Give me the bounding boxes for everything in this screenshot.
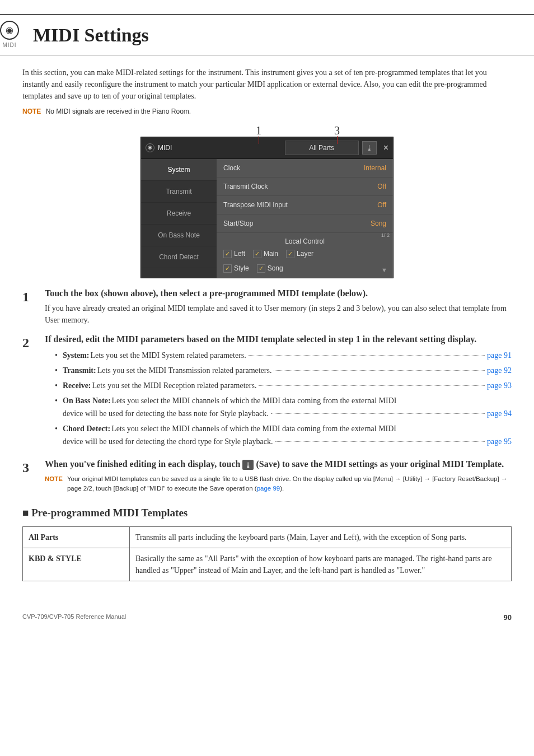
- pager-indicator: 1/ 2: [381, 232, 390, 240]
- check-main[interactable]: ✓Main: [253, 249, 278, 259]
- page-link[interactable]: page 93: [487, 380, 512, 391]
- list-item: On Bass Note: Lets you select the MIDI c…: [55, 395, 512, 419]
- screenshot-title: MIDI: [158, 143, 172, 153]
- step-3-note: Your original MIDI templates can be save…: [67, 474, 512, 494]
- template-desc: Basically the same as "All Parts" with t…: [130, 548, 512, 581]
- midi-connector-icon: ◉: [146, 143, 154, 152]
- sidebar-item-system[interactable]: System: [141, 159, 217, 181]
- step-number-1: 1: [22, 287, 45, 307]
- templates-table: All Parts Transmits all parts including …: [22, 526, 512, 581]
- check-style[interactable]: ✓Style: [223, 263, 249, 273]
- check-song[interactable]: ✓Song: [257, 263, 283, 273]
- setting-value: Internal: [364, 163, 386, 173]
- step-2-heading: If desired, edit the MIDI parameters bas…: [45, 333, 512, 346]
- check-left[interactable]: ✓Left: [223, 249, 245, 259]
- page-link[interactable]: page 99: [257, 485, 280, 492]
- save-button[interactable]: ⭳: [362, 141, 377, 155]
- intro-paragraph: In this section, you can make MIDI-relat…: [22, 67, 512, 102]
- template-dropdown[interactable]: All Parts: [285, 141, 359, 155]
- screenshot-sidebar: System Transmit Receive On Bass Note Cho…: [141, 159, 217, 278]
- setting-value: Off: [377, 181, 386, 192]
- midi-icon-block: ◉ MIDI: [0, 21, 19, 49]
- footer-reference: CVP-709/CVP-705 Reference Manual: [22, 612, 126, 623]
- setting-row[interactable]: Start/Stop Song: [217, 214, 393, 233]
- page-link[interactable]: page 95: [487, 436, 512, 447]
- setting-row[interactable]: Transmit Clock Off: [217, 178, 393, 196]
- note-text: No MIDI signals are received in the Pian…: [46, 108, 191, 115]
- step-1-sub: If you have already created an original …: [45, 302, 512, 326]
- setting-row[interactable]: Transpose MIDI Input Off: [217, 196, 393, 214]
- midi-connector-icon: ◉: [0, 21, 19, 40]
- sidebar-item-receive[interactable]: Receive: [141, 203, 217, 225]
- setting-row[interactable]: Clock Internal: [217, 159, 393, 178]
- page-down-arrow-icon[interactable]: ▼: [381, 265, 387, 275]
- setting-key: Transmit Clock: [223, 181, 268, 192]
- step-number-3: 3: [22, 458, 45, 478]
- templates-heading: Pre-programmed MIDI Templates: [22, 505, 512, 521]
- setting-value: Song: [371, 218, 386, 228]
- list-item: Receive: Lets you set the MIDI Reception…: [55, 380, 512, 391]
- note-label: NOTE: [45, 474, 63, 494]
- sidebar-item-on-bass-note[interactable]: On Bass Note: [141, 225, 217, 246]
- sidebar-item-chord-detect[interactable]: Chord Detect: [141, 246, 217, 268]
- setting-key: Clock: [223, 163, 240, 173]
- check-layer[interactable]: ✓Layer: [286, 249, 313, 259]
- template-name: KBD & STYLE: [23, 548, 130, 581]
- setting-key: Transpose MIDI Input: [223, 200, 288, 210]
- pointer-1: 1: [256, 122, 261, 139]
- list-item: Transmit: Lets you set the MIDI Transmis…: [55, 365, 512, 376]
- setting-key: Start/Stop: [223, 218, 253, 228]
- step-number-2: 2: [22, 333, 45, 353]
- page-link[interactable]: page 91: [487, 349, 512, 361]
- save-icon: ⭳: [242, 460, 254, 470]
- step-1-heading: Touch the box (shown above), then select…: [45, 287, 512, 300]
- note-line: NOTE No MIDI signals are received in the…: [22, 106, 512, 116]
- table-row: All Parts Transmits all parts including …: [23, 527, 512, 548]
- sidebar-item-transmit[interactable]: Transmit: [141, 181, 217, 203]
- step-3-heading: When you've finished editing in each dis…: [45, 458, 512, 471]
- table-row: KBD & STYLE Basically the same as "All P…: [23, 548, 512, 581]
- page-link[interactable]: page 92: [487, 365, 512, 376]
- note-label: NOTE: [22, 108, 41, 115]
- list-item: Chord Detect: Lets you select the MIDI c…: [55, 423, 512, 447]
- midi-icon-label: MIDI: [0, 41, 19, 49]
- close-button[interactable]: ×: [383, 141, 388, 155]
- page-title: MIDI Settings: [33, 21, 149, 49]
- template-name: All Parts: [23, 527, 130, 548]
- pointer-3: 3: [334, 122, 340, 139]
- midi-screenshot: ◉ MIDI All Parts ⭳ × System Transmit Rec…: [140, 137, 394, 278]
- template-desc: Transmits all parts including the keyboa…: [130, 527, 512, 548]
- page-number: 90: [504, 612, 512, 623]
- list-item: System: Lets you set the MIDI System rel…: [55, 349, 512, 361]
- page-link[interactable]: page 94: [487, 408, 512, 419]
- local-control-label: Local Control: [217, 233, 393, 246]
- setting-value: Off: [377, 200, 386, 210]
